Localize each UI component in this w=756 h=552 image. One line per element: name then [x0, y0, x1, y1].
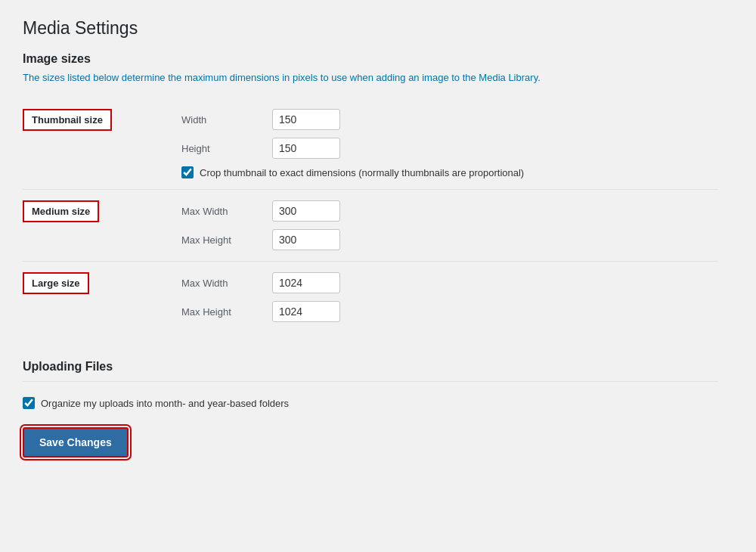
medium-fields-cell: Max Width Max Height — [174, 190, 718, 262]
thumbnail-crop-label[interactable]: Crop thumbnail to exact dimensions (norm… — [200, 167, 524, 178]
thumbnail-width-input[interactable] — [272, 109, 340, 130]
divider — [23, 381, 718, 382]
medium-height-input[interactable] — [272, 229, 340, 250]
thumbnail-crop-row: Crop thumbnail to exact dimensions (norm… — [181, 166, 711, 178]
page-wrapper: Media Settings Image sizes The sizes lis… — [0, 0, 741, 480]
thumbnail-height-row: Height — [181, 138, 711, 159]
thumbnail-width-label: Width — [181, 114, 272, 126]
large-width-input[interactable] — [272, 272, 340, 293]
medium-height-row: Max Height — [181, 229, 711, 250]
medium-size-label: Medium size — [23, 200, 99, 222]
large-height-input[interactable] — [272, 301, 340, 322]
large-height-label: Max Height — [181, 306, 272, 318]
large-width-label: Max Width — [181, 278, 272, 289]
organize-uploads-label[interactable]: Organize my uploads into month- and year… — [41, 398, 289, 409]
uploading-files-title: Uploading Files — [23, 360, 718, 374]
save-changes-button[interactable]: Save Changes — [23, 427, 129, 457]
image-sizes-description: The sizes listed below determine the max… — [23, 72, 718, 83]
thumbnail-size-label: Thumbnail size — [23, 109, 112, 131]
uploading-section: Uploading Files Organize my uploads into… — [23, 348, 718, 457]
medium-row: Medium size Max Width Max Height — [23, 190, 718, 262]
medium-width-input[interactable] — [272, 200, 340, 222]
thumbnail-height-input[interactable] — [272, 138, 340, 159]
large-row: Large size Max Width Max Height — [23, 262, 718, 333]
large-label-cell: Large size — [23, 262, 174, 333]
organize-uploads-checkbox[interactable] — [23, 397, 35, 409]
large-height-row: Max Height — [181, 301, 711, 322]
thumbnail-fields-cell: Width Height Crop thumbnail to exact dim… — [174, 98, 718, 190]
medium-width-row: Max Width — [181, 200, 711, 222]
image-sizes-table: Thumbnail size Width Height Crop thumbna… — [23, 98, 718, 333]
thumbnail-crop-checkbox[interactable] — [181, 166, 194, 178]
organize-uploads-row: Organize my uploads into month- and year… — [23, 397, 718, 409]
medium-label-cell: Medium size — [23, 190, 174, 262]
thumbnail-height-label: Height — [181, 143, 272, 154]
medium-width-label: Max Width — [181, 206, 272, 217]
thumbnail-label-cell: Thumbnail size — [23, 98, 174, 190]
thumbnail-row: Thumbnail size Width Height Crop thumbna… — [23, 98, 718, 190]
large-fields-cell: Max Width Max Height — [174, 262, 718, 333]
image-sizes-title: Image sizes — [23, 52, 718, 66]
thumbnail-width-row: Width — [181, 109, 711, 130]
large-width-row: Max Width — [181, 272, 711, 293]
medium-height-label: Max Height — [181, 234, 272, 246]
large-size-label: Large size — [23, 272, 89, 294]
page-title: Media Settings — [23, 18, 718, 39]
